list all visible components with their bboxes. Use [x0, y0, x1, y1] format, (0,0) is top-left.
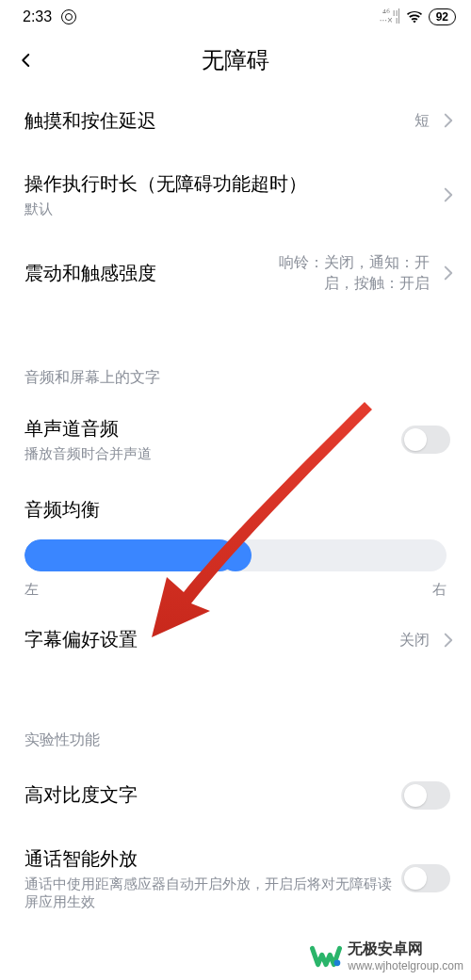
chevron-right-icon [439, 187, 458, 202]
watermark: 无极安卓网 www.wjhotelgroup.com [310, 940, 463, 972]
chevron-right-icon [439, 633, 458, 648]
wifi-icon [406, 10, 423, 24]
slider-right-label: 右 [432, 581, 447, 599]
group-header-audio-display: 音频和屏幕上的文字 [0, 344, 471, 399]
page-header: 无障碍 [0, 34, 471, 87]
app-badge-icon [61, 9, 76, 24]
signal-icon: ⁴⁶ ııl···× ıl [380, 9, 400, 24]
setting-value: 短 [414, 110, 430, 131]
setting-call-smart-speaker[interactable]: 通话智能外放 通话中使用距离感应器自动开启外放，开启后将对无障碍读屏应用生效 [0, 829, 471, 928]
slider-left-label: 左 [24, 581, 39, 599]
svg-point-0 [334, 959, 341, 966]
back-button[interactable] [9, 43, 43, 77]
setting-title: 震动和触感强度 [24, 261, 241, 286]
setting-action-timeout[interactable]: 操作执行时长（无障碍功能超时） 默认 [0, 154, 471, 235]
setting-title: 高对比度文字 [24, 782, 392, 808]
setting-title: 字幕偏好设置 [24, 627, 390, 652]
setting-subtitle: 默认 [24, 201, 430, 218]
setting-high-contrast-text[interactable]: 高对比度文字 [0, 762, 471, 829]
page-title: 无障碍 [0, 45, 471, 75]
setting-caption-preferences[interactable]: 字幕偏好设置 关闭 [0, 606, 471, 674]
audio-balance-slider[interactable] [24, 539, 447, 571]
setting-subtitle: 通话中使用距离感应器自动开启外放，开启后将对无障碍读屏应用生效 [24, 876, 392, 911]
setting-title: 单声道音频 [24, 416, 392, 442]
setting-title: 操作执行时长（无障碍功能超时） [24, 171, 430, 197]
chevron-left-icon [18, 52, 35, 69]
status-bar: 2:33 ⁴⁶ ııl···× ıl 92 [0, 0, 471, 34]
slider-thumb[interactable] [219, 539, 252, 571]
chevron-right-icon [439, 265, 458, 281]
toggle-mono-audio[interactable] [401, 426, 450, 454]
watermark-title: 无极安卓网 [348, 940, 463, 959]
setting-mono-audio[interactable]: 单声道音频 播放音频时合并声道 [0, 399, 471, 480]
setting-title: 通话智能外放 [24, 846, 392, 872]
battery-indicator: 92 [429, 8, 456, 25]
watermark-url: www.wjhotelgroup.com [348, 959, 463, 972]
watermark-logo-icon [310, 940, 342, 972]
group-header-experimental: 实验性功能 [0, 706, 471, 762]
toggle-high-contrast[interactable] [401, 781, 450, 810]
setting-audio-balance: 音频均衡 左 右 [0, 480, 471, 606]
setting-value: 关闭 [399, 630, 430, 651]
setting-title: 触摸和按住延迟 [24, 108, 405, 134]
toggle-call-speaker[interactable] [401, 864, 450, 892]
setting-vibration-haptics[interactable]: 震动和触感强度 响铃：关闭，通知：开启，按触：开启 [0, 235, 471, 312]
setting-title: 音频均衡 [24, 497, 447, 522]
chevron-right-icon [439, 113, 458, 128]
setting-touch-hold-delay[interactable]: 触摸和按住延迟 短 [0, 87, 471, 154]
setting-subtitle: 播放音频时合并声道 [24, 445, 392, 463]
status-time: 2:33 [23, 8, 52, 25]
setting-value: 响铃：关闭，通知：开启，按触：开启 [251, 252, 430, 295]
